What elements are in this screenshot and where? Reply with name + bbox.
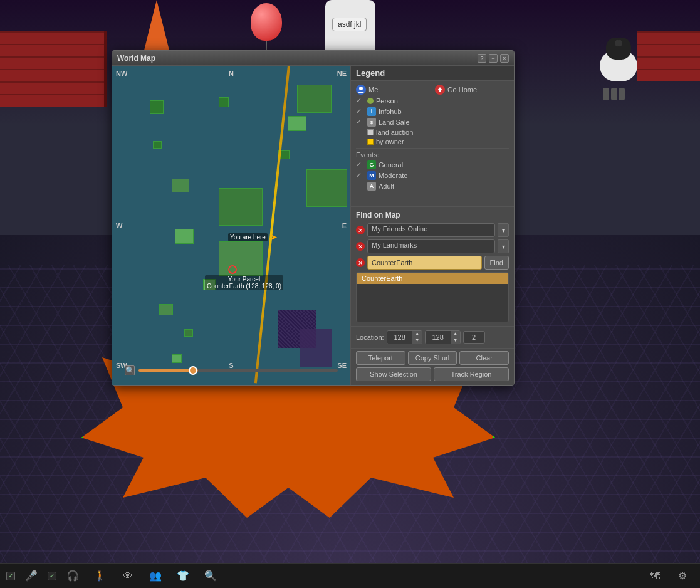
find-results: CounterEarth <box>356 272 509 322</box>
tooltip-bubble: asdf jkl <box>332 18 367 31</box>
infohub-icon: i <box>367 107 376 116</box>
close-button[interactable]: × <box>500 54 509 63</box>
dir-w: W <box>116 222 122 229</box>
zoom-area: 🔍 <box>125 365 338 375</box>
find-result-item[interactable]: CounterEarth <box>357 273 508 284</box>
moderate-event-badge: M <box>367 171 376 180</box>
taskbar-clothing[interactable]: 👕 <box>172 567 194 585</box>
landmarks-dropdown[interactable]: My Landmarks <box>367 239 495 253</box>
teleport-button[interactable]: Teleport <box>356 351 405 365</box>
coord-y-input-wrap: ▲ ▼ <box>425 330 461 344</box>
parcel-label: Your Parcel CounterEarth (128, 128, 0) <box>205 275 283 290</box>
taskbar-people[interactable]: 👥 <box>144 567 167 585</box>
coord-z-input[interactable] <box>463 331 485 344</box>
legend-adult-row: A Adult <box>356 182 509 191</box>
delete-landmarks-button[interactable]: ✕ <box>356 242 365 251</box>
friends-dropdown[interactable]: My Friends Online <box>367 223 495 237</box>
taskbar-settings[interactable]: ⚙ <box>671 567 694 585</box>
land-sale-icon: $ <box>367 118 376 127</box>
land-parcel <box>153 141 162 149</box>
minimize-button[interactable]: − <box>489 54 498 63</box>
avatar-cluster-2 <box>300 329 332 367</box>
legend-col-right: Go Home <box>435 85 509 97</box>
taskbar-movement[interactable]: 🚶 <box>89 567 112 585</box>
wall-right <box>637 31 700 81</box>
clear-button[interactable]: Clear <box>459 351 509 365</box>
coord-x-spinners: ▲ ▼ <box>412 331 422 344</box>
general-checkbox[interactable]: ✓ <box>356 160 365 169</box>
land-parcel <box>219 97 229 107</box>
go-home-label: Go Home <box>447 86 477 93</box>
world-map-window: World Map ? − × NW N NE W E SW S SE <box>112 50 515 386</box>
coord-y-down[interactable]: ▼ <box>451 337 460 344</box>
window-content: NW N NE W E SW S SE <box>112 66 514 385</box>
person-color <box>367 98 374 104</box>
land-sale-label: Land Sale <box>379 118 410 126</box>
infohub-checkbox[interactable]: ✓ <box>356 107 365 116</box>
taskbar-check-2[interactable] <box>48 572 56 580</box>
coord-y-input[interactable] <box>426 331 451 344</box>
taskbar-search[interactable]: 🔍 <box>199 567 222 585</box>
balloon <box>251 3 282 41</box>
land-parcel <box>159 304 173 315</box>
taskbar-check-1[interactable] <box>6 572 15 580</box>
dir-n: N <box>229 70 234 77</box>
taskbar-headphones[interactable]: 🎧 <box>61 567 84 585</box>
delete-friends-button[interactable]: ✕ <box>356 226 365 234</box>
infohub-label: Infohub <box>379 108 402 115</box>
taskbar-map[interactable]: 🗺 <box>644 567 666 585</box>
legend-me-row: Me <box>356 85 430 95</box>
land-parcel <box>219 241 263 276</box>
person-checkbox[interactable]: ✓ <box>356 97 365 105</box>
general-label: General <box>379 161 403 169</box>
search-input[interactable] <box>367 256 482 270</box>
auction-color <box>367 129 374 135</box>
map-area[interactable]: NW N NE W E SW S SE <box>112 66 350 385</box>
coord-x-input[interactable] <box>387 331 412 344</box>
window-title: World Map <box>117 54 155 63</box>
zoom-slider-track[interactable] <box>138 369 338 372</box>
coord-y-up[interactable]: ▲ <box>451 331 460 337</box>
copy-slurl-button[interactable]: Copy SLurl <box>408 351 457 365</box>
window-controls: ? − × <box>478 54 509 63</box>
land-parcel <box>306 169 347 207</box>
land-sale-checkbox[interactable]: ✓ <box>356 118 365 127</box>
friends-dropdown-arrow[interactable]: ▾ <box>498 223 509 237</box>
zoom-out-button[interactable]: 🔍 <box>125 365 135 375</box>
legend-title: Legend <box>356 68 385 78</box>
landmarks-dropdown-arrow[interactable]: ▾ <box>498 239 509 253</box>
me-icon <box>356 85 366 95</box>
help-button[interactable]: ? <box>478 54 486 63</box>
dir-nw: NW <box>116 70 127 77</box>
legend-top-row: Me Go Home <box>356 85 509 97</box>
sheep-leg-2 <box>611 88 617 100</box>
owner-color <box>367 139 374 145</box>
adult-label: Adult <box>379 182 394 190</box>
adult-event-badge: A <box>367 182 376 191</box>
show-selection-button[interactable]: Show Selection <box>356 367 431 381</box>
moderate-label: Moderate <box>379 172 407 179</box>
taskbar: 🎤 🎧 🚶 👁 👥 👕 🔍 🗺 ⚙ <box>0 563 700 588</box>
taskbar-eye[interactable]: 👁 <box>117 567 139 585</box>
you-are-here-indicator: You are here ➤ <box>228 232 278 242</box>
track-region-button[interactable]: Track Region <box>434 367 509 381</box>
find-button[interactable]: Find <box>484 256 509 270</box>
coord-x-up[interactable]: ▲ <box>413 331 422 337</box>
legend-content: Me Go Home ✓ <box>351 81 514 206</box>
legend-header: Legend <box>351 66 514 81</box>
moderate-checkbox[interactable]: ✓ <box>356 171 365 180</box>
coord-x-down[interactable]: ▼ <box>413 337 422 344</box>
land-parcel <box>175 229 194 244</box>
zoom-slider-thumb[interactable] <box>189 366 197 375</box>
window-titlebar: World Map ? − × <box>112 51 514 66</box>
taskbar-mic[interactable]: 🎤 <box>20 567 43 585</box>
land-parcel <box>288 116 306 131</box>
land-parcel <box>297 85 332 113</box>
location-bar: Location: ▲ ▼ ▲ ▼ <box>351 326 514 348</box>
sheep-leg-1 <box>603 88 609 100</box>
delete-search-button[interactable]: ✕ <box>356 258 365 267</box>
legend-land-sale-row: ✓ $ Land Sale <box>356 118 509 127</box>
events-label: Events: <box>356 151 509 159</box>
auction-label: land auction <box>376 129 413 136</box>
owner-label: by owner <box>376 138 404 145</box>
